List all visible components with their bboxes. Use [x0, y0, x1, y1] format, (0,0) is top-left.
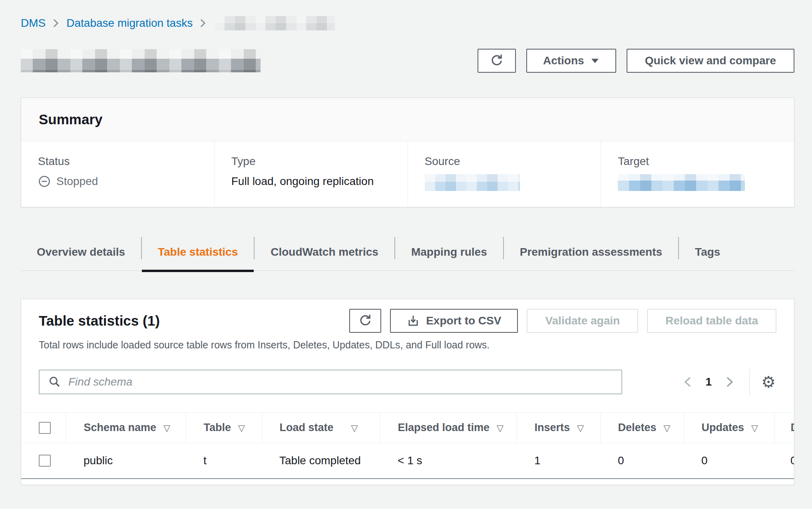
cell-load-state: Table completed: [262, 443, 380, 479]
search-icon: [48, 376, 61, 388]
tab-overview-details[interactable]: Overview details: [21, 236, 141, 270]
status-badge: Stopped: [38, 174, 98, 189]
validate-again-button[interactable]: Validate again: [527, 309, 638, 333]
breadcrumb: DMS Database migration tasks: [21, 16, 794, 30]
cell-deletes: 0: [600, 443, 684, 479]
summary-title: Summary: [39, 111, 776, 127]
row-checkbox[interactable]: [39, 455, 51, 467]
chevron-right-icon: [724, 375, 735, 389]
export-to-csv-button[interactable]: Export to CSV: [390, 309, 518, 333]
source-label: Source: [425, 154, 589, 169]
page-content: DMS Database migration tasks Actions: [0, 0, 812, 485]
chevron-left-icon: [683, 375, 693, 389]
table-refresh-button[interactable]: [349, 309, 381, 333]
table-statistics-title: Table statistics (1): [39, 313, 160, 329]
page-header: Actions Quick view and compare: [21, 49, 794, 73]
table-toolbar: 1 ⚙: [21, 368, 794, 396]
chevron-right-icon: [200, 18, 206, 28]
summary-source-column: Source: [408, 141, 601, 207]
table-statistics-panel: Table statistics (1): [21, 299, 794, 485]
summary-status-column: Status Stopped: [21, 141, 214, 207]
refresh-button[interactable]: [478, 49, 516, 73]
type-label: Type: [231, 154, 396, 169]
current-page-number: 1: [706, 376, 712, 388]
redacted-target-endpoint-link[interactable]: [618, 174, 745, 191]
cell-elapsed-load-time: < 1 s: [380, 443, 517, 479]
cell-table: t: [186, 443, 262, 479]
find-schema-input[interactable]: [68, 376, 613, 388]
select-all-checkbox[interactable]: [39, 422, 51, 434]
quick-view-and-compare-button[interactable]: Quick view and compare: [627, 49, 794, 73]
sort-icon[interactable]: ▽: [163, 423, 170, 433]
next-page-button[interactable]: [722, 373, 737, 391]
table-header-row: Schema name▽ Table▽ Load state▽ Elapsed …: [21, 413, 794, 443]
actions-button[interactable]: Actions: [526, 49, 616, 73]
table-statistics-actions: Export to CSV Validate again Reload tabl…: [349, 309, 776, 333]
sort-icon[interactable]: ▽: [351, 423, 358, 433]
header-actions: Actions Quick view and compare: [478, 49, 794, 73]
redacted-source-endpoint-link[interactable]: [425, 174, 520, 191]
chevron-right-icon: [53, 18, 59, 28]
schema-search-box: [39, 370, 622, 394]
refresh-icon: [358, 314, 372, 328]
column-header-table: Table: [204, 422, 231, 433]
breadcrumb-link-tasks[interactable]: Database migration tasks: [66, 17, 193, 30]
settings-gear-icon[interactable]: ⚙: [760, 373, 776, 391]
summary-type-column: Type Full load, ongoing replication: [214, 141, 408, 207]
cell-updates: 0: [684, 443, 774, 479]
previous-page-button[interactable]: [680, 373, 695, 391]
tab-cloudwatch-metrics[interactable]: CloudWatch metrics: [255, 236, 394, 270]
sort-icon[interactable]: ▽: [664, 423, 671, 433]
summary-panel-header: Summary: [21, 98, 794, 141]
target-label: Target: [618, 154, 782, 169]
tab-tags[interactable]: Tags: [679, 236, 736, 270]
table-statistics-table: Schema name▽ Table▽ Load state▽ Elapsed …: [21, 412, 794, 479]
column-header-inserts: Inserts: [535, 422, 570, 433]
cell-schema-name: public: [66, 443, 186, 479]
redacted-page-title: [21, 49, 261, 72]
column-header-ddls-clipped: D: [791, 422, 795, 433]
redacted-task-name-crumb: [215, 16, 335, 30]
cell-ddls-clipped: 0: [774, 443, 794, 479]
summary-target-column: Target: [601, 141, 794, 207]
reload-table-data-button[interactable]: Reload table data: [647, 309, 776, 333]
tab-strip: Overview details Table statistics CloudW…: [21, 236, 794, 271]
status-label: Status: [38, 154, 202, 169]
toolbar-divider: [749, 368, 750, 396]
sort-icon[interactable]: ▽: [751, 423, 758, 433]
refresh-icon: [490, 54, 504, 68]
column-header-load-state: Load state: [280, 422, 334, 433]
caret-down-icon: [591, 58, 599, 64]
summary-panel: Summary Status Stopped Type Full load: [21, 97, 794, 207]
sort-icon[interactable]: ▽: [238, 423, 245, 433]
table-row[interactable]: public t Table completed < 1 s 1 0 0 0: [21, 443, 794, 479]
column-header-elapsed-load-time: Elapsed load time: [398, 422, 490, 433]
tab-mapping-rules[interactable]: Mapping rules: [395, 236, 503, 270]
sort-icon[interactable]: ▽: [497, 423, 504, 433]
download-icon: [407, 314, 420, 327]
pagination: 1 ⚙: [680, 368, 776, 396]
tab-premigration-assessments[interactable]: Premigration assessments: [504, 236, 678, 270]
summary-body: Status Stopped Type Full load, ongoing r…: [21, 141, 794, 207]
column-header-updates: Updates: [702, 422, 744, 433]
sort-icon[interactable]: ▽: [577, 423, 584, 433]
status-value: Stopped: [56, 174, 98, 189]
cell-inserts: 1: [517, 443, 600, 479]
table-statistics-description: Total rows include loaded source table r…: [21, 333, 794, 351]
stopped-circle-minus-icon: [38, 175, 51, 188]
column-header-deletes: Deletes: [618, 422, 657, 433]
type-value: Full load, ongoing replication: [231, 174, 396, 189]
column-header-schema-name: Schema name: [84, 422, 157, 433]
tab-table-statistics[interactable]: Table statistics: [142, 236, 254, 270]
actions-button-label: Actions: [543, 54, 584, 67]
breadcrumb-link-dms[interactable]: DMS: [21, 17, 46, 30]
export-to-csv-label: Export to CSV: [426, 314, 501, 327]
